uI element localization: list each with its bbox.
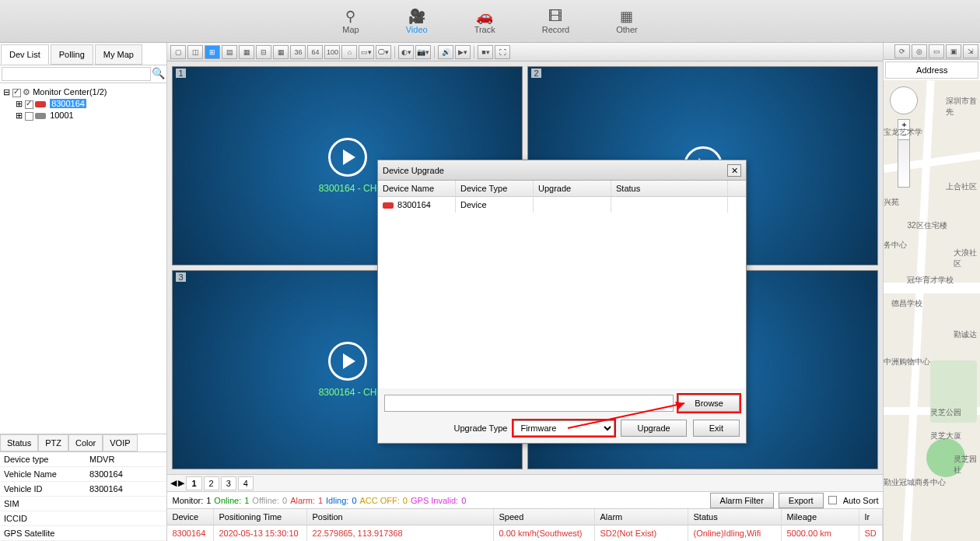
cell-position: 22.579865, 113.917368 xyxy=(307,525,494,541)
compass-icon[interactable] xyxy=(890,86,918,114)
tab-color[interactable]: Color xyxy=(68,434,103,451)
status-value: 8300164 xyxy=(86,467,166,481)
map-label: 32区住宅楼 xyxy=(907,220,947,231)
address-button[interactable]: Address xyxy=(885,61,978,79)
browse-button[interactable]: Browse xyxy=(678,395,740,412)
layout-8-icon[interactable]: ▦ xyxy=(239,45,254,59)
tab-ptz[interactable]: PTZ xyxy=(38,434,68,451)
page-tab-3[interactable]: 3 xyxy=(221,476,236,490)
upgrade-button[interactable]: Upgrade xyxy=(621,420,686,437)
table-row[interactable]: 8300164 2020-05-13 15:30:10 22.579865, 1… xyxy=(167,525,883,541)
alarm-filter-button[interactable]: Alarm Filter xyxy=(710,493,774,508)
layout-1-icon[interactable]: ▢ xyxy=(170,45,186,59)
online-count: 1 xyxy=(244,496,249,505)
cell-speed: 0.00 km/h(Southwest) xyxy=(494,525,595,541)
layout-36-icon[interactable]: 36 xyxy=(290,45,306,59)
upgrade-type-select[interactable]: Firmware xyxy=(513,420,614,436)
nav-record[interactable]: 🎞Record xyxy=(542,9,569,34)
status-value xyxy=(86,497,166,511)
window-icon[interactable]: ▭ xyxy=(929,44,944,58)
col-device-name[interactable]: Device Name xyxy=(378,181,456,196)
idling-label: Idling: xyxy=(326,496,348,505)
tab-status[interactable]: Status xyxy=(0,434,38,451)
autosort-checkbox[interactable] xyxy=(828,496,837,504)
refresh-icon[interactable]: ⟳ xyxy=(894,44,910,58)
display-icon[interactable]: 🖵▾ xyxy=(376,45,391,59)
grid-icon: ▦ xyxy=(616,8,638,25)
acc-label: ACC OFF: xyxy=(360,496,400,505)
tree-device-2[interactable]: ⊞ 10001 xyxy=(3,110,163,121)
page-tab-1[interactable]: 1 xyxy=(186,476,201,490)
col-speed[interactable]: Speed xyxy=(494,509,595,525)
col-device-type[interactable]: Device Type xyxy=(456,181,534,196)
layout-16-icon[interactable]: ▦ xyxy=(273,45,289,59)
map[interactable]: + − 深圳市首先 宝龙艺术学 上合社区 兴苑 32区住宅楼 务中心 大浪社区 … xyxy=(884,80,980,541)
play-icon[interactable]: ▶▾ xyxy=(455,45,471,59)
layout-64-icon[interactable]: 64 xyxy=(307,45,323,59)
col-time[interactable]: Positioning Time xyxy=(214,509,307,525)
layout-100-icon[interactable]: 100 xyxy=(324,45,340,59)
dialog-title: Device Upgrade xyxy=(383,166,444,175)
nav-map[interactable]: ⚲Map xyxy=(342,8,359,34)
fullscreen-icon[interactable]: ⛶ xyxy=(495,45,510,59)
tab-voip[interactable]: VOIP xyxy=(103,434,137,451)
link-icon[interactable]: ⇲ xyxy=(963,44,978,58)
sound-icon[interactable]: 🔊 xyxy=(438,45,453,59)
home-icon[interactable]: ⌂ xyxy=(341,45,357,59)
tab-polling[interactable]: Polling xyxy=(51,44,93,65)
video-number: 2 xyxy=(531,69,541,78)
stop-icon[interactable]: ■▾ xyxy=(478,45,493,59)
tab-dev-list[interactable]: Dev List xyxy=(1,44,49,65)
online-label: Online: xyxy=(214,496,241,505)
page-tab-2[interactable]: 2 xyxy=(204,476,219,490)
page-prev-icon[interactable]: ◀ xyxy=(170,478,177,488)
col-status[interactable]: Status xyxy=(611,181,728,196)
col-status[interactable]: Status xyxy=(688,509,782,525)
nav-video[interactable]: 🎥Video xyxy=(406,8,428,34)
film-icon: 🎞 xyxy=(542,9,569,25)
dialog-titlebar[interactable]: Device Upgrade ✕ xyxy=(378,160,746,181)
play-button-icon[interactable] xyxy=(328,342,367,381)
nav-map-label: Map xyxy=(342,25,359,34)
checkbox[interactable] xyxy=(25,100,33,109)
layout-6-icon[interactable]: ▤ xyxy=(222,45,237,59)
nav-other[interactable]: ▦Other xyxy=(616,8,638,34)
col-mileage[interactable]: Mileage xyxy=(782,509,859,525)
aspect-icon[interactable]: ▭▾ xyxy=(359,45,374,59)
checkbox[interactable] xyxy=(12,89,21,97)
target-icon[interactable]: ◎ xyxy=(912,44,927,58)
layout-4-icon[interactable]: ⊞ xyxy=(205,45,220,59)
nav-other-label: Other xyxy=(616,25,638,34)
tree-root[interactable]: ⊟ ⚙ Monitor Center(1/2) xyxy=(3,86,163,98)
play-button-icon[interactable] xyxy=(328,138,367,177)
search-icon[interactable]: 🔍 xyxy=(151,67,165,81)
page-next-icon[interactable]: ▶ xyxy=(178,478,184,488)
col-in[interactable]: Ir xyxy=(859,509,883,525)
status-row: Vehicle ID8300164 xyxy=(0,482,166,497)
exit-button[interactable]: Exit xyxy=(693,420,740,437)
upgrade-file-input[interactable] xyxy=(384,395,674,412)
table-row[interactable]: 8300164 Device xyxy=(378,197,746,213)
col-position[interactable]: Position xyxy=(307,509,494,525)
gear-icon: ⚙ xyxy=(23,87,30,97)
map-label: 冠华育才学校 xyxy=(907,275,954,286)
page-tab-4[interactable]: 4 xyxy=(238,476,254,490)
nav-track[interactable]: 🚗Track xyxy=(474,8,495,34)
zoom-slider[interactable] xyxy=(898,140,909,187)
layout-2-icon[interactable]: ◫ xyxy=(187,45,203,59)
tab-my-map[interactable]: My Map xyxy=(95,44,142,65)
effect-icon[interactable]: ◐▾ xyxy=(398,45,414,59)
layout-9-icon[interactable]: ⊟ xyxy=(256,45,271,59)
map-label: 深圳市首先 xyxy=(946,96,980,118)
close-icon[interactable]: ✕ xyxy=(727,164,741,177)
col-upgrade[interactable]: Upgrade xyxy=(534,181,611,196)
checkbox[interactable] xyxy=(25,112,33,121)
device-search-input[interactable] xyxy=(2,67,151,81)
snapshot-icon[interactable]: 📷▾ xyxy=(415,45,431,59)
window2-icon[interactable]: ▣ xyxy=(946,44,961,58)
col-alarm[interactable]: Alarm xyxy=(595,509,688,525)
export-button[interactable]: Export xyxy=(779,493,824,508)
tree-device-1[interactable]: ⊞ 8300164 xyxy=(3,98,163,110)
status-value xyxy=(86,511,166,525)
col-device[interactable]: Device xyxy=(167,509,214,525)
